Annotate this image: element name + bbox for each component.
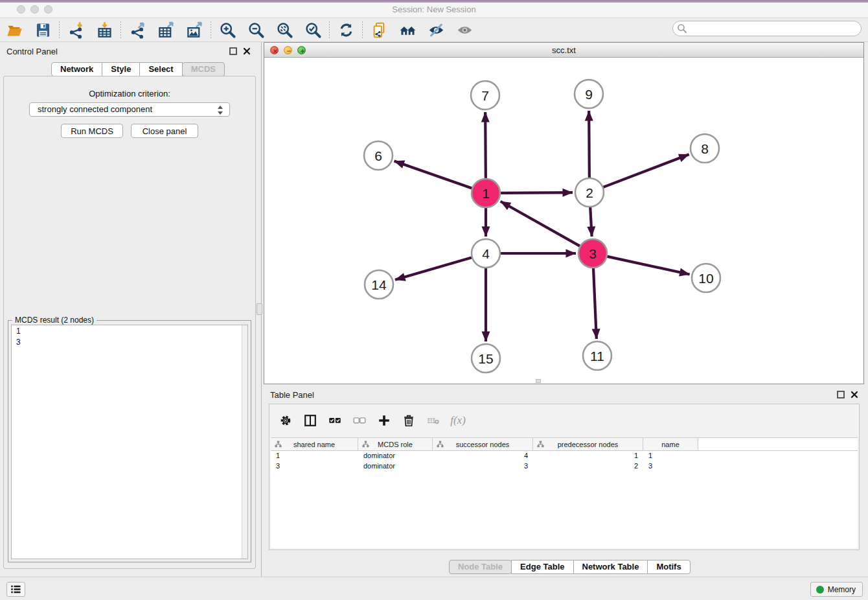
table-tabs: Node Table Edge Table Network Table Moti… [449, 560, 691, 574]
column-label: name [661, 441, 680, 448]
network-window-titlebar: scc.txt [264, 43, 863, 58]
node-table: shared name MCDS role [271, 437, 858, 548]
import-table-button[interactable] [90, 19, 119, 41]
table-row[interactable]: 1 dominator 4 1 1 [271, 451, 858, 461]
network-view-title: scc.txt [264, 45, 863, 55]
hide-selected-button[interactable] [422, 19, 450, 41]
zoom-out-button[interactable] [242, 19, 270, 41]
memory-label: Memory [828, 585, 856, 594]
graph-edge-2-9[interactable] [589, 111, 589, 178]
graph-node-label: 14 [371, 277, 387, 292]
table-panel: Table Panel [264, 386, 868, 577]
result-node-id: 3 [12, 336, 247, 347]
graph-edge-3-10[interactable] [606, 257, 689, 275]
zoom-selected-button[interactable] [299, 19, 327, 41]
add-column-button[interactable] [372, 409, 396, 432]
float-table-panel-button[interactable] [836, 391, 845, 400]
zoom-fit-button[interactable] [270, 19, 299, 41]
window-titlebar: Session: New Session [0, 0, 868, 18]
export-table-icon [157, 21, 175, 39]
tree-icon [537, 441, 544, 448]
graph-edge-1-6[interactable] [394, 161, 473, 189]
control-panel: Control Panel Network Style Select MCDS … [0, 42, 259, 570]
optimization-criterion-select[interactable]: strongly connected component [29, 102, 230, 117]
splitter-handle[interactable] [257, 303, 262, 315]
control-panel-tabs: Network Style Select MCDS [51, 62, 225, 76]
zoom-in-button[interactable] [213, 19, 242, 41]
tab-network-table[interactable]: Network Table [573, 560, 648, 574]
run-mcds-button[interactable]: Run MCDS [61, 124, 123, 138]
graph-node-label: 3 [589, 246, 597, 261]
tree-icon [362, 441, 369, 448]
memory-status-icon [816, 586, 824, 594]
cell-mcds-role: dominator [358, 461, 433, 472]
checked-boxes-icon [328, 413, 342, 428]
graph-edge-4-14[interactable] [395, 257, 472, 280]
graph-edge-1-2[interactable] [500, 192, 573, 193]
gear-icon [279, 413, 293, 428]
deselect-all-rows-button[interactable] [347, 409, 372, 432]
column-header-mcds-role[interactable]: MCDS role [358, 438, 433, 450]
tab-mcds[interactable]: MCDS [182, 62, 225, 76]
clone-network-button[interactable] [365, 19, 393, 41]
toggle-columns-button[interactable] [298, 409, 323, 432]
close-panel-action-button[interactable]: Close panel [131, 124, 198, 138]
show-all-button[interactable] [450, 19, 479, 41]
column-label: predecessor nodes [558, 441, 619, 448]
eye-icon [456, 21, 474, 39]
graph-edge-2-3[interactable] [590, 207, 591, 237]
function-builder-button[interactable]: f(x) [446, 409, 470, 432]
graph-edge-2-8[interactable] [603, 154, 689, 187]
graph-node-label: 10 [698, 271, 713, 286]
import-table-icon [96, 21, 113, 39]
column-header-predecessor-nodes[interactable]: predecessor nodes [533, 438, 643, 450]
main-toolbar [0, 18, 868, 42]
table-settings-button[interactable] [273, 409, 298, 432]
graph-edge-1-7[interactable] [485, 112, 486, 179]
close-icon [243, 47, 251, 55]
table-row[interactable]: 3 dominator 3 2 3 [271, 461, 858, 472]
network-canvas[interactable]: 7968124314101511 [264, 58, 863, 384]
import-network-button[interactable] [62, 19, 90, 41]
graph-edge-3-11[interactable] [593, 268, 597, 339]
column-header-successor-nodes[interactable]: successor nodes [433, 438, 533, 450]
column-label: MCDS role [378, 441, 413, 448]
close-panel-button[interactable] [242, 47, 251, 56]
tab-network[interactable]: Network [51, 62, 102, 76]
search-input[interactable] [672, 21, 862, 36]
result-node-id: 1 [12, 325, 247, 336]
export-image-button[interactable] [180, 19, 209, 41]
mcds-result-group: MCDS result (2 nodes) 1 3 [8, 320, 251, 562]
task-history-button[interactable] [6, 582, 25, 597]
save-session-button[interactable] [29, 19, 57, 41]
mcds-result-list[interactable]: 1 3 [11, 325, 248, 559]
delete-column-button[interactable] [396, 409, 421, 432]
tree-icon [437, 441, 444, 448]
view-resize-handle[interactable] [536, 379, 541, 383]
export-network-button[interactable] [123, 19, 152, 41]
select-all-rows-button[interactable] [323, 409, 347, 432]
unchecked-boxes-icon [352, 413, 367, 428]
float-panel-button[interactable] [229, 47, 238, 56]
column-label: shared name [293, 441, 335, 448]
tab-select[interactable]: Select [139, 62, 182, 76]
tab-node-table[interactable]: Node Table [449, 560, 512, 574]
first-neighbors-button[interactable] [393, 19, 422, 41]
column-header-shared-name[interactable]: shared name [271, 438, 358, 450]
refresh-layout-button[interactable] [332, 19, 360, 41]
export-table-button[interactable] [152, 19, 180, 41]
tab-motifs[interactable]: Motifs [647, 560, 690, 574]
table-panel-controls [836, 391, 859, 400]
delete-table-button[interactable] [421, 409, 446, 432]
cell-name: 3 [643, 461, 698, 472]
control-panel-title: Control Panel [6, 47, 58, 56]
toolbar-separator [59, 21, 60, 39]
tab-style[interactable]: Style [102, 62, 140, 76]
close-table-panel-button[interactable] [850, 391, 859, 400]
tab-edge-table[interactable]: Edge Table [511, 560, 573, 574]
column-header-name[interactable]: name [643, 438, 698, 450]
result-scrollbar[interactable] [242, 325, 247, 559]
graph-edge-3-1[interactable] [501, 202, 580, 246]
open-session-button[interactable] [0, 19, 29, 41]
memory-status-button[interactable]: Memory [810, 582, 863, 597]
